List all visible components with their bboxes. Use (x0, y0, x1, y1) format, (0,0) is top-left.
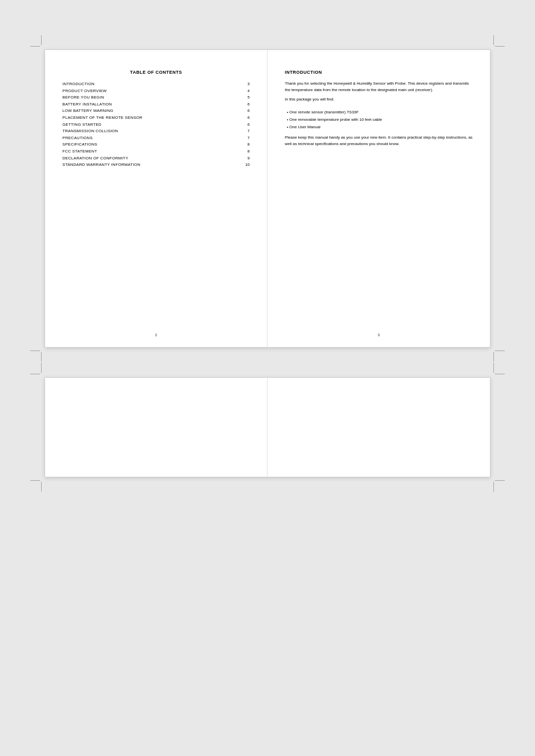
page-left: TABLE OF CONTENTS INTRODUCTION3PRODUCT O… (45, 50, 268, 347)
toc-item-page: 6 (240, 121, 250, 128)
toc-item-label: PRECAUTIONS (62, 135, 240, 142)
page-container: TABLE OF CONTENTS INTRODUCTION3PRODUCT O… (0, 0, 535, 756)
reg-mark-bl-h (30, 351, 40, 351)
toc-row: PLACEMENT OF THE REMOTE SENSOR6 (62, 114, 250, 121)
book-spread-bottom (45, 377, 490, 477)
bottom-page-left (45, 378, 268, 477)
intro-text-1: Thank you for selecting the Honeywell & … (285, 81, 473, 105)
toc-item-label: DECLARATION OF CONFORMITY (62, 155, 240, 162)
toc-row: TRANSMISSION COLLISION7 (62, 128, 250, 135)
toc-row: GETTING STARTED6 (62, 121, 250, 128)
page-right: INTRODUCTION Thank you for selecting the… (268, 50, 490, 347)
intro-text-2: Please keep this manual handy as you use… (285, 135, 473, 151)
reg-mark-br-h (495, 351, 505, 351)
toc-item-page: 5 (240, 94, 250, 101)
toc-item-label: GETTING STARTED (62, 121, 240, 128)
reg-mark-bottom-bl-v (41, 482, 42, 492)
reg-mark-tr-h (495, 46, 505, 47)
toc-row: STANDARD WARRANTY INFORMATION10 (62, 161, 250, 168)
toc-item-label: LOW BATTERY WARNING (62, 107, 240, 114)
reg-mark-bl-v (41, 352, 42, 362)
reg-mark-tr-v (493, 35, 494, 45)
toc-item-label: FCC STATEMENT (62, 148, 240, 155)
toc-item-page: 10 (240, 161, 250, 168)
reg-mark-tl-v (41, 35, 42, 45)
toc-item-label: SPECIFICATIONS (62, 141, 240, 148)
page-number-right: 3 (377, 333, 379, 337)
intro-paragraph-1: Thank you for selecting the Honeywell & … (285, 81, 473, 94)
toc-row: INTRODUCTION3 (62, 81, 250, 88)
package-item: One remote sensor (transmitter) TS33F (287, 109, 473, 116)
toc-item-page: 7 (240, 135, 250, 142)
toc-row: FCC STATEMENT8 (62, 148, 250, 155)
reg-mark-bottom-br-h (495, 480, 505, 481)
toc-row: PRECAUTIONS7 (62, 135, 250, 142)
toc-item-page: 8 (240, 148, 250, 155)
reg-mark-bottom-br-v (493, 482, 494, 492)
toc-item-label: STANDARD WARRANTY INFORMATION (62, 161, 240, 168)
toc-item-label: BEFORE YOU BEGIN (62, 94, 240, 101)
closing-paragraph: Please keep this manual handy as you use… (285, 135, 473, 148)
package-item: One removable temperature probe with 10 … (287, 117, 473, 123)
toc-row: BEFORE YOU BEGIN5 (62, 94, 250, 101)
toc-item-page: 6 (240, 114, 250, 121)
toc-item-label: PRODUCT OVERVIEW (62, 88, 240, 95)
toc-item-page: 3 (240, 81, 250, 88)
intro-title: INTRODUCTION (285, 70, 473, 75)
toc-item-page: 6 (240, 101, 250, 108)
toc-item-label: TRANSMISSION COLLISION (62, 128, 240, 135)
toc-table: INTRODUCTION3PRODUCT OVERVIEW4BEFORE YOU… (62, 81, 250, 168)
toc-row: LOW BATTERY WARNING6 (62, 107, 250, 114)
toc-item-page: 8 (240, 141, 250, 148)
toc-item-page: 9 (240, 155, 250, 162)
reg-mark-bottom-tl-v (41, 363, 42, 373)
toc-row: SPECIFICATIONS8 (62, 141, 250, 148)
toc-item-page: 7 (240, 128, 250, 135)
in-package-label: In this package you will find: (285, 97, 473, 103)
reg-mark-bottom-tr-h (495, 374, 505, 374)
book-spread-top: TABLE OF CONTENTS INTRODUCTION3PRODUCT O… (45, 50, 490, 348)
toc-row: BATTERY INSTALLATION6 (62, 101, 250, 108)
reg-mark-tl-h (30, 46, 40, 47)
toc-item-label: INTRODUCTION (62, 81, 240, 88)
package-item: One User Manual (287, 124, 473, 131)
toc-item-page: 6 (240, 107, 250, 114)
toc-row: DECLARATION OF CONFORMITY9 (62, 155, 250, 162)
toc-item-page: 4 (240, 88, 250, 95)
reg-mark-br-v (493, 352, 494, 362)
toc-row: PRODUCT OVERVIEW4 (62, 88, 250, 95)
package-items-list: One remote sensor (transmitter) TS33FOne… (285, 109, 473, 131)
toc-item-label: PLACEMENT OF THE REMOTE SENSOR (62, 114, 240, 121)
bottom-page-right (268, 378, 490, 477)
reg-mark-bottom-tr-v (493, 363, 494, 373)
page-number-left: 2 (155, 333, 157, 337)
toc-title: TABLE OF CONTENTS (62, 70, 250, 75)
reg-mark-bottom-bl-h (30, 480, 40, 481)
toc-item-label: BATTERY INSTALLATION (62, 101, 240, 108)
reg-mark-bottom-tl-h (30, 374, 40, 374)
